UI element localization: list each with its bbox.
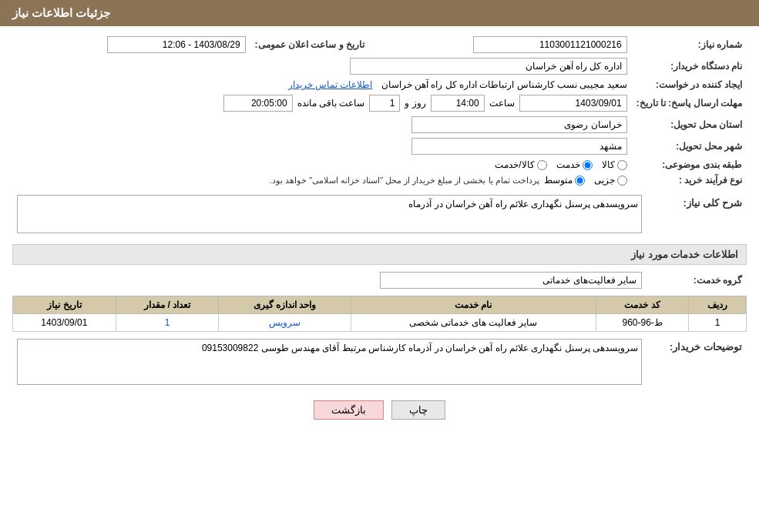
farayand-jozi[interactable]: جزیی [594, 175, 627, 186]
sharh-textarea[interactable]: سرویسدهی پرسنل نگهداری علائم راه آهن خرا… [17, 195, 642, 233]
mohlat-baqi-input[interactable] [223, 95, 293, 112]
farayand-motawaset-radio[interactable] [575, 176, 585, 186]
sharh-table: شرح کلی نیاز: سرویسدهی پرسنل نگهداری علا… [12, 192, 747, 238]
shomara-niaz-value [369, 34, 632, 55]
tawsiyat-table: توضیحات خریدار: سرویسدهی پرسنل نگهداری ع… [12, 336, 747, 390]
farayand-motawaset-label: متوسط [544, 175, 573, 186]
farayand-jozi-label: جزیی [594, 175, 615, 186]
content-area: شماره نیاز: ساعت تاریخ و ساعت اعلان عموم… [0, 26, 759, 435]
farayand-jozi-radio[interactable] [617, 176, 627, 186]
tawsiyat-label: توضیحات خریدار: [646, 336, 747, 390]
main-info-table: شماره نیاز: ساعت تاریخ و ساعت اعلان عموم… [12, 34, 747, 188]
tabaqe-kala-khedmat[interactable]: کالا/خدمت [495, 159, 546, 170]
tabaqe-khedmat-radio[interactable] [583, 160, 593, 170]
cell-kod: ط-96-960 [596, 314, 688, 332]
services-section-title: اطلاعات خدمات مورد نیاز [12, 244, 747, 265]
cell-nam: سایر فعالیت های خدماتی شخصی [351, 314, 596, 332]
shahr-value [12, 136, 632, 157]
tabaqe-kala-khedmat-label: کالا/خدمت [495, 159, 534, 170]
tamas-link[interactable]: اطلاعات تماس خریدار [288, 79, 373, 90]
cell-tedad: 1 [116, 314, 219, 332]
farayand-motawaset[interactable]: متوسط [544, 175, 585, 186]
nooe-farayand-label: نوع فرآیند خرید : [632, 172, 747, 188]
tarikh-alaan-value [12, 34, 250, 55]
tabaqe-label: طبقه بندی موضوعی: [632, 157, 747, 172]
shahr-label: شهر محل تحویل: [632, 136, 747, 157]
ostan-input[interactable] [411, 116, 627, 133]
shahr-input[interactable] [411, 138, 627, 155]
back-button[interactable]: بازگشت [314, 400, 384, 420]
ijad-label: ایجاد کننده در خواست: [632, 77, 747, 92]
mohlat-rooz-input[interactable] [369, 95, 400, 112]
dasgah-input[interactable] [350, 58, 627, 75]
grooh-value [12, 269, 646, 291]
tabaqe-kala-label: کالا [602, 159, 615, 170]
tarikh-alaan-input[interactable] [107, 36, 246, 53]
cell-vahid: سرویس [219, 314, 351, 332]
cell-tarikh: 1403/09/01 [13, 314, 116, 332]
ostan-label: استان محل تحویل: [632, 114, 747, 136]
grooh-label: گروه خدمت: [646, 269, 747, 291]
ostan-value [12, 114, 632, 136]
tabaqe-options: کالا خدمت کالا/خدمت [12, 157, 632, 172]
tabaqe-khedmat-label: خدمت [556, 159, 580, 170]
mohlat-saat-input[interactable] [431, 95, 485, 112]
sharh-label-text: شرح کلی نیاز: [683, 197, 742, 209]
col-nam: نام خدمت [351, 296, 596, 314]
sharh-label: شرح کلی نیاز: [646, 192, 747, 238]
mohlat-date-input[interactable] [519, 95, 627, 112]
ijad-text: سعید مجیبی نسب کارشناس ارتباطات اداره کل… [381, 79, 627, 90]
cell-radif: 1 [689, 314, 747, 332]
services-table: ردیف کد خدمت نام خدمت واحد اندازه گیری ت… [12, 296, 747, 332]
col-kod: کد خدمت [596, 296, 688, 314]
rooz-label: روز و [405, 98, 425, 109]
tabaqe-kala-khedmat-radio[interactable] [537, 160, 547, 170]
nooe-farayand-row: جزیی متوسط پرداخت تمام یا بخشی از مبلغ خ… [12, 172, 632, 188]
tawsiyat-value-cell: سرویسدهی پرسنل نگهداری علائم راه آهن خرا… [12, 336, 646, 390]
buttons-row: چاپ بازگشت [12, 400, 747, 420]
mohlat-row: ساعت روز و ساعت باقی مانده [12, 92, 632, 114]
col-radif: ردیف [689, 296, 747, 314]
dasgah-value [12, 55, 632, 77]
saat-label-2: ساعت [489, 98, 515, 109]
tarikh-alaan-label: تاریخ و ساعت اعلان عمومی: [255, 39, 364, 50]
grooh-table: گروه خدمت: [12, 269, 747, 291]
print-button[interactable]: چاپ [391, 400, 445, 420]
mohlat-label: مهلت ارسال پاسخ: تا تاریخ: [632, 92, 747, 114]
shomara-niaz-input[interactable] [473, 36, 627, 53]
tabaqe-kala[interactable]: کالا [602, 159, 627, 170]
baqi-label: ساعت باقی مانده [297, 98, 365, 109]
tarikh-label: ساعت تاریخ و ساعت اعلان عمومی: [250, 34, 369, 55]
tabaqe-khedmat[interactable]: خدمت [556, 159, 593, 170]
tawsiyat-textarea[interactable]: سرویسدهی پرسنل نگهداری علائم راه آهن خرا… [17, 339, 642, 385]
grooh-input[interactable] [380, 272, 642, 289]
farayand-note: پرداخت تمام یا بخشی از مبلغ خریدار از مح… [270, 176, 539, 186]
page-wrapper: جزئیات اطلاعات نیاز شماره نیاز: ساعت تار… [0, 0, 759, 532]
table-row: 1 ط-96-960 سایر فعالیت های خدماتی شخصی س… [13, 314, 747, 332]
col-vahid: واحد اندازه گیری [219, 296, 351, 314]
col-tarikh: تاریخ نیاز [13, 296, 116, 314]
page-title: جزئیات اطلاعات نیاز [12, 6, 110, 19]
sharh-value-cell: سرویسدهی پرسنل نگهداری علائم راه آهن خرا… [12, 192, 646, 238]
tabaqe-kala-radio[interactable] [617, 160, 627, 170]
ijad-value: سعید مجیبی نسب کارشناس ارتباطات اداره کل… [12, 77, 632, 92]
col-tedad: تعداد / مقدار [116, 296, 219, 314]
tawsiyat-label-text: توضیحات خریدار: [670, 341, 742, 353]
page-header: جزئیات اطلاعات نیاز [0, 0, 759, 26]
dasgah-label: نام دستگاه خریدار: [632, 55, 747, 77]
shomara-niaz-label: شماره نیاز: [632, 34, 747, 55]
